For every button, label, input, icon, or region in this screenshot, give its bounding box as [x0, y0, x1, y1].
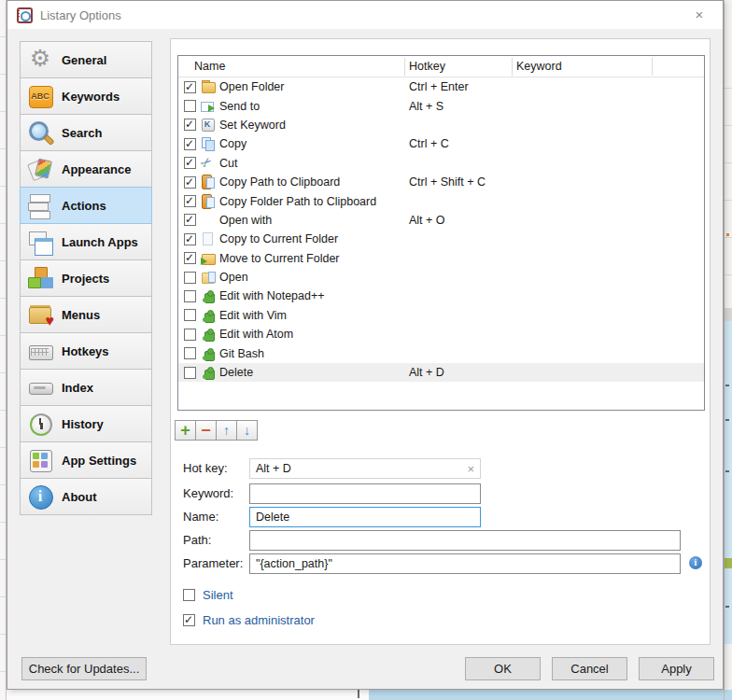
sidebar-item-app-settings[interactable]: App Settings: [20, 441, 152, 479]
action-hotkey: Alt + S: [409, 100, 443, 113]
row-checkbox[interactable]: [184, 367, 196, 379]
menus-icon: [27, 301, 53, 328]
run-as-admin-checkbox-row[interactable]: Run as administrator: [183, 613, 315, 627]
action-name: Cut: [219, 157, 237, 170]
row-checkbox[interactable]: [184, 100, 196, 112]
keyword-input[interactable]: [249, 483, 481, 504]
background-list-lines: [725, 51, 732, 313]
window-title: Listary Options: [40, 8, 121, 22]
row-checkbox[interactable]: [184, 272, 196, 284]
screen: Listary Options × General Keywords Searc…: [0, 0, 732, 700]
column-separator[interactable]: [652, 58, 653, 76]
row-checkbox[interactable]: [184, 81, 196, 93]
name-input[interactable]: [249, 507, 481, 527]
table-row[interactable]: Copy Ctrl + C: [178, 134, 704, 153]
move-up-button[interactable]: ↑: [216, 420, 237, 441]
row-checkbox[interactable]: [184, 157, 196, 169]
table-row[interactable]: Set Keyword: [178, 116, 704, 134]
parameter-input[interactable]: [249, 553, 681, 574]
column-separator[interactable]: [512, 58, 513, 76]
copy-icon: [201, 136, 216, 151]
sidebar-item-history[interactable]: History: [20, 405, 152, 442]
row-checkbox[interactable]: [184, 138, 196, 150]
table-row[interactable]: Open with Alt + O: [178, 211, 704, 230]
run-as-admin-checkbox[interactable]: [183, 614, 195, 626]
sidebar-item-actions[interactable]: Actions: [20, 187, 152, 224]
column-header-keyword[interactable]: Keyword: [516, 60, 562, 73]
background-band: [725, 308, 732, 321]
cancel-button[interactable]: Cancel: [552, 657, 627, 680]
table-row[interactable]: Open: [178, 268, 704, 287]
table-row[interactable]: Edit with Atom: [178, 325, 704, 343]
sidebar-item-projects[interactable]: Projects: [20, 259, 152, 297]
row-checkbox[interactable]: [184, 290, 196, 302]
actions-table: Name Hotkey Keyword Open Folder Ctrl + E…: [177, 55, 705, 411]
column-header-name[interactable]: Name: [194, 60, 225, 73]
table-row[interactable]: Copy Path to Clipboard Ctrl + Shift + C: [178, 173, 704, 191]
sidebar-item-keywords[interactable]: Keywords: [20, 77, 152, 115]
actions-icon: [27, 192, 53, 218]
table-row[interactable]: Edit with Notepad++: [178, 287, 704, 305]
projects-icon: [27, 265, 53, 291]
about-icon: [27, 483, 53, 510]
table-row[interactable]: Send to Alt + S: [178, 96, 704, 115]
table-row[interactable]: Cut: [178, 154, 704, 173]
table-row[interactable]: Delete Alt + D: [178, 363, 704, 382]
sidebar-item-index[interactable]: Index: [20, 369, 152, 406]
hotkey-value: Alt + D: [256, 462, 291, 475]
sidebar-item-hotkeys[interactable]: Hotkeys: [20, 332, 152, 370]
row-checkbox[interactable]: [184, 214, 196, 226]
column-separator[interactable]: [404, 58, 405, 76]
action-hotkey: Ctrl + C: [409, 137, 449, 150]
table-row[interactable]: Open Folder Ctrl + Enter: [178, 77, 704, 96]
table-body: Open Folder Ctrl + Enter Send to Alt + S…: [178, 77, 704, 382]
table-row[interactable]: Edit with Vim: [178, 306, 704, 325]
background-bottom-selection: [369, 690, 724, 700]
background-window-bottom: [7, 690, 724, 700]
sidebar-item-launch-apps[interactable]: Launch Apps: [20, 223, 152, 260]
sidebar-item-search[interactable]: Search: [20, 114, 152, 151]
apply-button[interactable]: Apply: [639, 657, 714, 680]
action-name: Delete: [219, 366, 253, 379]
background-text-fragment: [725, 385, 729, 386]
table-header[interactable]: Name Hotkey Keyword: [178, 56, 704, 77]
row-checkbox[interactable]: [184, 195, 196, 207]
sidebar-item-menus[interactable]: Menus: [20, 296, 152, 333]
table-row[interactable]: Move to Current Folder: [178, 249, 704, 268]
puzzle-icon: [201, 308, 216, 323]
row-checkbox[interactable]: [184, 309, 196, 321]
row-checkbox[interactable]: [184, 176, 196, 189]
add-action-button[interactable]: +: [175, 420, 196, 441]
remove-action-button[interactable]: −: [195, 420, 217, 441]
silent-checkbox-row[interactable]: Silent: [183, 588, 233, 602]
table-row[interactable]: Copy Folder Path to Clipboard: [178, 191, 704, 210]
row-checkbox[interactable]: [184, 119, 196, 131]
sidebar-item-about[interactable]: About: [20, 478, 152, 515]
parameter-info-icon[interactable]: i: [689, 556, 702, 569]
close-icon[interactable]: ×: [689, 7, 710, 23]
column-header-hotkey[interactable]: Hotkey: [409, 60, 445, 73]
history-icon: [27, 411, 53, 437]
table-row[interactable]: Copy to Current Folder: [178, 230, 704, 248]
background-bottom-blue: [725, 690, 732, 700]
sidebar-item-appearance[interactable]: Appearance: [20, 150, 152, 188]
silent-checkbox[interactable]: [183, 589, 195, 601]
listary-app-icon: [17, 7, 33, 23]
action-name: Edit with Atom: [219, 328, 293, 341]
table-row[interactable]: Git Bash: [178, 343, 704, 362]
sidebar-item-general[interactable]: General: [20, 41, 152, 78]
move-down-button[interactable]: ↓: [236, 420, 258, 441]
ok-button[interactable]: OK: [465, 657, 541, 680]
row-checkbox[interactable]: [184, 233, 196, 245]
puzzle-icon: [201, 288, 216, 303]
check-for-updates-button[interactable]: Check for Updates...: [21, 657, 147, 680]
row-checkbox[interactable]: [184, 252, 196, 264]
action-name: Edit with Vim: [219, 309, 287, 322]
clear-hotkey-icon[interactable]: ×: [467, 462, 474, 476]
path-input[interactable]: [249, 530, 681, 551]
row-checkbox[interactable]: [184, 329, 196, 341]
row-checkbox[interactable]: [184, 347, 196, 359]
hotkey-input[interactable]: Alt + D ×: [249, 458, 481, 479]
titlebar[interactable]: Listary Options ×: [7, 1, 723, 29]
abc-icon: [27, 83, 53, 109]
